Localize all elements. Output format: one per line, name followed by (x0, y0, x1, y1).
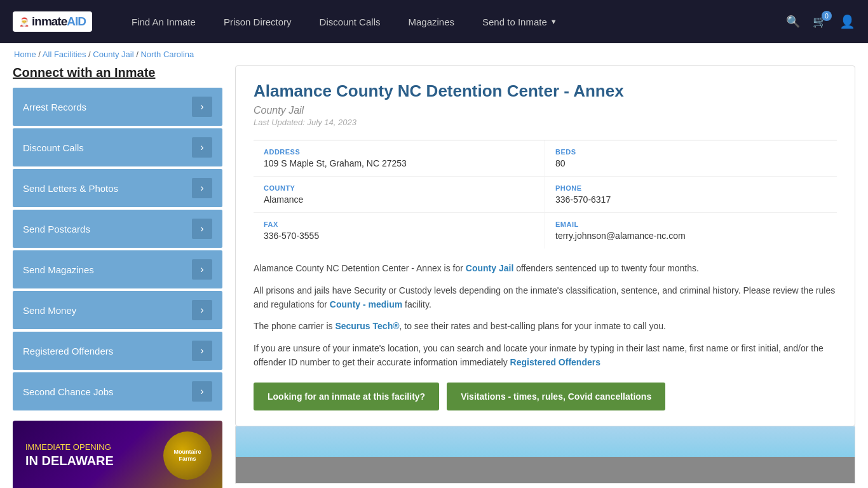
sidebar-item-arrest-records[interactable]: Arrest Records › (13, 88, 222, 126)
sidebar-item-send-magazines[interactable]: Send Magazines › (13, 250, 222, 288)
breadcrumb-state[interactable]: North Carolina (140, 50, 194, 59)
sidebar-item-second-chance-jobs[interactable]: Second Chance Jobs › (13, 372, 222, 410)
facility-type: County Jail (254, 105, 837, 116)
info-address: ADDRESS 109 S Maple St, Graham, NC 27253 (254, 140, 545, 177)
dropdown-arrow-icon: ▼ (550, 18, 557, 25)
sidebar-menu: Arrest Records › Discount Calls › Send L… (13, 88, 222, 410)
info-fax: FAX 336-570-3555 (254, 213, 545, 248)
nav-magazines[interactable]: Magazines (394, 0, 468, 43)
facility-updated: Last Updated: July 14, 2023 (254, 118, 837, 127)
info-email: EMAIL terry.johnson@alamance-nc.com (545, 213, 837, 248)
county-medium-link[interactable]: County - medium (330, 299, 402, 309)
facility-card: Alamance County NC Detention Center - An… (235, 65, 855, 426)
sidebar-item-label: Send Letters & Photos (23, 183, 118, 194)
facility-desc3: The phone carrier is Securus Tech®, to s… (254, 319, 837, 333)
address-value: 109 S Maple St, Graham, NC 27253 (264, 158, 534, 168)
breadcrumb: Home / All Facilities / County Jail / No… (0, 43, 868, 65)
arrow-icon: › (192, 137, 212, 158)
arrow-icon: › (192, 219, 212, 239)
sidebar-item-send-money[interactable]: Send Money › (13, 291, 222, 329)
facility-name: Alamance County NC Detention Center - An… (254, 81, 837, 101)
sidebar-item-label: Discount Calls (23, 142, 84, 153)
cart-icon[interactable]: 🛒 0 (813, 15, 827, 29)
arrow-icon: › (192, 381, 212, 402)
phone-value: 336-570-6317 (555, 194, 827, 205)
sidebar-item-send-letters[interactable]: Send Letters & Photos › (13, 169, 222, 207)
sidebar-item-label: Second Chance Jobs (23, 386, 114, 397)
facility-desc1: Alamance County NC Detention Center - An… (254, 261, 837, 275)
sidebar-item-label: Send Postcards (23, 224, 90, 234)
info-county: COUNTY Alamance (254, 177, 545, 213)
nav-find-inmate[interactable]: Find An Inmate (118, 0, 210, 43)
facility-desc4: If you are unsure of your inmate's locat… (254, 341, 837, 370)
beds-label: BEDS (555, 148, 827, 156)
securus-link[interactable]: Securus Tech® (335, 321, 399, 331)
main-layout: Connect with an Inmate Arrest Records › … (0, 65, 868, 488)
nav-actions: 🔍 🛒 0 👤 (786, 14, 855, 29)
sidebar-ad-banner[interactable]: IMMEDIATE OPENING IN DELAWARE Mountaire … (13, 421, 222, 488)
looking-for-inmate-button[interactable]: Looking for an inmate at this facility? (254, 383, 439, 410)
arrow-icon: › (192, 259, 212, 280)
nav-prison-directory[interactable]: Prison Directory (210, 0, 306, 43)
navbar: 🎅 inmateAID Find An Inmate Prison Direct… (0, 0, 868, 43)
arrow-icon: › (192, 97, 212, 117)
county-jail-link[interactable]: County Jail (466, 263, 513, 273)
search-icon[interactable]: 🔍 (786, 15, 800, 29)
visitations-button[interactable]: Visitations - times, rules, Covid cancel… (447, 383, 665, 410)
logo-wordmark: inmateAID (32, 15, 86, 29)
arrow-icon: › (192, 178, 212, 198)
registered-offenders-link[interactable]: Registered Offenders (510, 357, 600, 367)
ad-logo-area: Mountaire Farms (159, 431, 222, 480)
nav-discount-calls[interactable]: Discount Calls (306, 0, 395, 43)
sidebar-title: Connect with an Inmate (13, 65, 222, 80)
county-label: COUNTY (264, 184, 534, 192)
phone-label: PHONE (555, 184, 827, 192)
sidebar-item-label: Send Money (23, 305, 76, 316)
sidebar-item-label: Send Magazines (23, 264, 94, 275)
ad-line1: IMMEDIATE OPENING (25, 442, 159, 453)
address-label: ADDRESS (264, 148, 534, 156)
sidebar-item-label: Arrest Records (23, 102, 86, 112)
facility-desc2: All prisons and jails have Security or C… (254, 283, 837, 312)
facility-image-building (236, 457, 855, 482)
ad-logo-circle: Mountaire Farms (163, 431, 212, 480)
sidebar-item-send-postcards[interactable]: Send Postcards › (13, 210, 222, 248)
logo-icon: 🎅 (19, 17, 29, 27)
arrow-icon: › (192, 341, 212, 361)
breadcrumb-all-facilities[interactable]: All Facilities (43, 50, 86, 59)
fax-value: 336-570-3555 (264, 231, 534, 241)
breadcrumb-county-jail[interactable]: County Jail (93, 50, 133, 59)
facility-info-grid: ADDRESS 109 S Maple St, Graham, NC 27253… (254, 140, 837, 248)
nav-links: Find An Inmate Prison Directory Discount… (118, 0, 786, 43)
sidebar-item-label: Registered Offenders (23, 346, 113, 356)
cart-badge: 0 (822, 11, 832, 21)
email-label: EMAIL (555, 220, 827, 228)
info-phone: PHONE 336-570-6317 (545, 177, 837, 213)
sidebar-item-discount-calls[interactable]: Discount Calls › (13, 128, 222, 166)
action-buttons: Looking for an inmate at this facility? … (254, 383, 837, 410)
main-content: Alamance County NC Detention Center - An… (235, 65, 855, 488)
sidebar: Connect with an Inmate Arrest Records › … (13, 65, 222, 488)
county-value: Alamance (264, 194, 534, 205)
beds-value: 80 (555, 158, 827, 168)
email-value: terry.johnson@alamance-nc.com (555, 231, 827, 241)
ad-line2: IN DELAWARE (25, 452, 159, 469)
fax-label: FAX (264, 220, 534, 228)
logo-aid: AID (67, 15, 86, 28)
logo[interactable]: 🎅 inmateAID (13, 11, 92, 32)
breadcrumb-home[interactable]: Home (14, 50, 36, 59)
sidebar-item-registered-offenders[interactable]: Registered Offenders › (13, 332, 222, 370)
info-beds: BEDS 80 (545, 140, 837, 177)
nav-send-to-inmate[interactable]: Send to Inmate▼ (468, 0, 571, 43)
facility-image-sky (236, 426, 855, 458)
facility-image (235, 426, 855, 484)
user-icon[interactable]: 👤 (839, 14, 855, 29)
ad-text-area: IMMEDIATE OPENING IN DELAWARE (13, 442, 159, 470)
arrow-icon: › (192, 300, 212, 320)
